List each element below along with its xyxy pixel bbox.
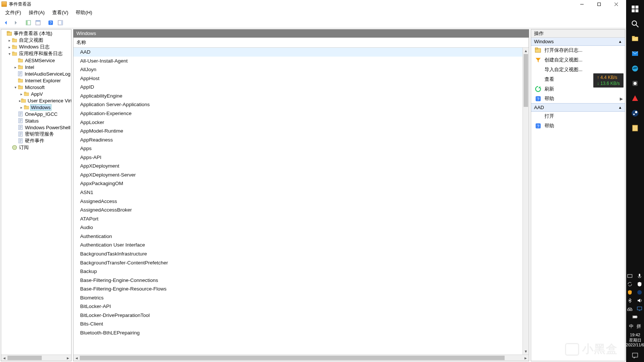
toolbar-help-button[interactable]: ?	[46, 18, 55, 27]
tree-hscrollbar[interactable]: ◄ ►	[1, 355, 71, 361]
list-item[interactable]: Base-Filtering-Engine-Connections	[73, 276, 523, 285]
taskbar-mail-icon[interactable]	[628, 46, 643, 61]
list-item[interactable]: ApplicabilityEngine	[73, 92, 523, 101]
taskbar-edge-icon[interactable]	[628, 61, 643, 76]
nav-forward-button[interactable]	[11, 18, 20, 27]
close-button[interactable]	[607, 0, 625, 8]
list-item[interactable]: Bits-Client	[73, 320, 523, 328]
tree-node[interactable]: ▸Windows	[1, 104, 71, 111]
tree-node[interactable]: Internet Explorer	[1, 77, 71, 84]
minimize-button[interactable]	[573, 0, 590, 8]
taskbar-eventviewer-icon[interactable]	[628, 121, 643, 136]
list-item[interactable]: Base-Filtering-Engine-Resource-Flows	[73, 285, 523, 293]
expand-toggle-icon[interactable]: ▸	[19, 105, 23, 109]
list-item[interactable]: Application Server-Applications	[73, 100, 523, 109]
tray-bluetooth-icon[interactable]	[626, 297, 633, 304]
list-item[interactable]: Apps-API	[73, 153, 523, 162]
scroll-left-icon[interactable]: ◄	[1, 355, 7, 361]
menu-view[interactable]: 查看(V)	[48, 8, 72, 17]
tray-app-icon[interactable]	[626, 289, 633, 296]
scroll-right-icon[interactable]: ►	[523, 355, 529, 361]
tree-node[interactable]: Status	[1, 117, 71, 124]
tree-node[interactable]: ▾Microsoft	[1, 84, 71, 90]
notifications-button[interactable]	[628, 349, 643, 362]
nav-back-button[interactable]	[1, 18, 10, 27]
tree[interactable]: 事件查看器 (本地)▸自定义视图▸Windows 日志▾应用程序和服务日志AES…	[1, 29, 71, 355]
tree-node[interactable]: OneApp_IGCC	[1, 111, 71, 117]
tray-network-icon[interactable]	[626, 305, 633, 312]
tray-security-icon[interactable]	[636, 281, 643, 288]
expand-toggle-icon[interactable]: ▸	[7, 45, 12, 49]
action-item[interactable]: ?帮助	[531, 121, 625, 131]
expand-toggle-icon[interactable]: ▾	[7, 52, 12, 56]
tree-node[interactable]: 订阅	[1, 144, 71, 151]
actions-group-aad[interactable]: AAD ▲	[531, 103, 625, 112]
list-item[interactable]: AppXDeployment-Server	[73, 171, 523, 180]
list-item[interactable]: Apps	[73, 144, 523, 153]
action-item[interactable]: 打开	[531, 111, 625, 121]
action-item[interactable]: ?帮助▶	[531, 94, 625, 104]
list-item[interactable]: BitLocker-DrivePreparationTool	[73, 311, 523, 320]
scroll-right-icon[interactable]: ►	[65, 355, 71, 361]
maximize-button[interactable]	[590, 0, 607, 8]
list-item[interactable]: Audio	[73, 223, 523, 232]
list-item[interactable]: AssignedAccessBroker	[73, 206, 523, 215]
expand-toggle-icon[interactable]: ▸	[7, 38, 12, 42]
tree-node[interactable]: ▾应用程序和服务日志	[1, 50, 71, 57]
menu-file[interactable]: 文件(F)	[1, 8, 25, 17]
taskbar-app-icon[interactable]	[628, 76, 643, 91]
scroll-up-icon[interactable]: ▲	[523, 48, 529, 54]
list-item[interactable]: ATAPort	[73, 215, 523, 223]
list-vscrollbar[interactable]: ▲ ▼	[523, 48, 529, 355]
list-rows[interactable]: AADAll-User-Install-AgentAllJoynAppHostA…	[73, 48, 523, 355]
list-item[interactable]: BitLocker-API	[73, 302, 523, 311]
ime-lang[interactable]: 中	[629, 323, 634, 330]
list-item[interactable]: Authentication	[73, 232, 523, 241]
list-item[interactable]: Application-Experience	[73, 109, 523, 118]
expand-toggle-icon[interactable]: ▸	[13, 65, 18, 69]
tray-keyboard-icon[interactable]	[626, 273, 633, 279]
tree-node[interactable]: 事件查看器 (本地)	[1, 30, 71, 37]
action-item[interactable]: 创建自定义视图...	[531, 55, 625, 65]
list-item[interactable]: AppModel-Runtime	[73, 127, 523, 136]
list-item[interactable]: AppLocker	[73, 118, 523, 127]
ime-indicator[interactable]: 中 拼	[629, 322, 641, 331]
taskbar[interactable]: 中 拼 19:42 星期日 2022/11/6	[626, 0, 644, 362]
tray-sync-icon[interactable]	[626, 281, 633, 288]
start-button[interactable]	[628, 1, 643, 16]
list-item[interactable]: AssignedAccess	[73, 197, 523, 206]
tree-node[interactable]: Windows PowerShell	[1, 124, 71, 131]
tree-node[interactable]: ▸自定义视图	[1, 37, 71, 44]
list-item[interactable]: AAD	[73, 48, 523, 57]
list-item[interactable]: AppReadiness	[73, 136, 523, 145]
tree-node[interactable]: ▸AppV	[1, 90, 71, 97]
list-column-headers[interactable]: 名称	[73, 38, 529, 48]
tree-node[interactable]: ▸Intel	[1, 64, 71, 70]
tray-monitor-icon[interactable]	[636, 305, 643, 312]
list-item[interactable]: All-User-Install-Agent	[73, 57, 523, 66]
tray-volume-icon[interactable]	[636, 297, 643, 304]
list-item[interactable]: AppID	[73, 83, 523, 92]
taskbar-explorer-icon[interactable]	[628, 31, 643, 46]
toolbar-show-hide-tree-button[interactable]	[24, 18, 33, 27]
action-item[interactable]: 打开保存的日志...	[531, 45, 625, 55]
scroll-down-icon[interactable]: ▼	[523, 348, 529, 355]
toolbar-actions-pane-button[interactable]	[56, 18, 65, 27]
list-item[interactable]: AppXDeployment	[73, 162, 523, 171]
tray-steam-icon[interactable]	[636, 289, 643, 296]
tree-node[interactable]: AESMService	[1, 57, 71, 64]
search-button[interactable]	[628, 16, 643, 31]
list-item[interactable]: AllJoyn	[73, 65, 523, 74]
column-header-name[interactable]: 名称	[73, 38, 529, 47]
list-item[interactable]: Biometrics	[73, 293, 523, 302]
toolbar-properties-button[interactable]	[34, 18, 42, 27]
expand-toggle-icon[interactable]: ▾	[13, 85, 18, 89]
taskbar-clock[interactable]: 19:42 星期日 2022/11/6	[626, 331, 644, 349]
actions-group-windows[interactable]: Windows ▲	[531, 38, 625, 46]
list-item[interactable]: BackgroundTaskInfrastructure	[73, 250, 523, 258]
menu-help[interactable]: 帮助(H)	[72, 8, 96, 17]
tree-node[interactable]: 密钥管理服务	[1, 131, 71, 137]
menu-action[interactable]: 操作(A)	[25, 8, 48, 17]
list-item[interactable]: Bluetooth-BthLEPrepairing	[73, 328, 523, 337]
list-item[interactable]: Backup	[73, 267, 523, 276]
